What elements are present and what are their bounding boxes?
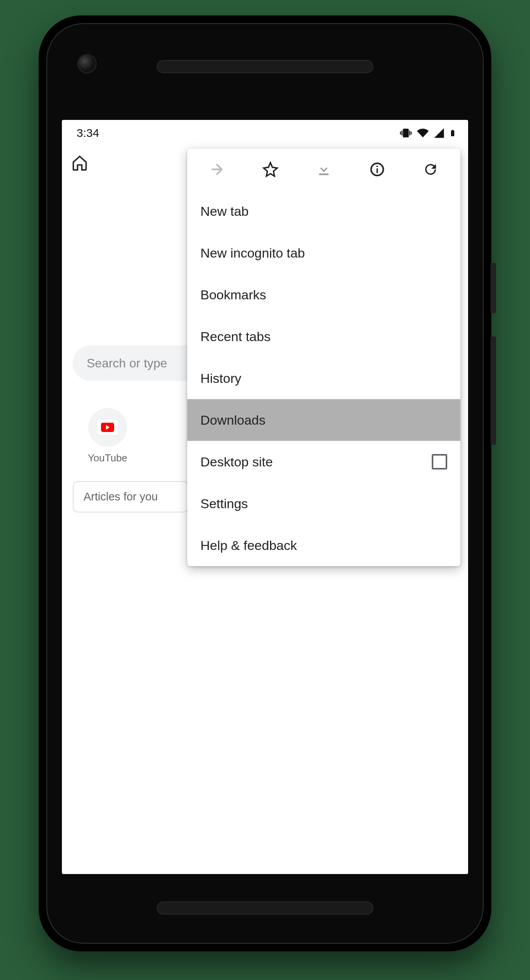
phone-frame: 3:34 Search or type [39,15,491,951]
refresh-icon[interactable] [420,159,441,180]
menu-item-label: New tab [200,204,249,219]
status-bar: 3:34 [62,120,468,146]
svg-rect-3 [376,166,378,167]
star-icon[interactable] [260,159,281,180]
menu-item-label: Settings [200,496,248,511]
menu-item-settings[interactable]: Settings [187,483,460,524]
menu-item-new-incognito-tab[interactable]: New incognito tab [187,232,460,274]
desktop-site-checkbox[interactable] [432,454,447,470]
svg-rect-2 [376,168,378,173]
menu-item-help-feedback[interactable]: Help & feedback [187,524,460,566]
menu-icon-row [187,149,460,190]
menu-item-label: Bookmarks [200,287,266,302]
screen: 3:34 Search or type [62,120,468,874]
home-icon[interactable] [71,154,88,173]
speaker-bottom [157,901,373,915]
power-button [491,263,496,313]
search-placeholder: Search or type [87,356,167,370]
volume-button [491,336,496,445]
front-camera [77,54,97,73]
status-icons [399,127,456,139]
download-icon[interactable] [313,159,335,180]
menu-item-downloads[interactable]: Downloads [187,399,460,441]
menu-item-history[interactable]: History [187,357,460,399]
menu-item-new-tab[interactable]: New tab [187,190,460,232]
menu-item-recent-tabs[interactable]: Recent tabs [187,316,460,357]
menu-item-label: History [200,371,241,386]
articles-section[interactable]: Articles for you [73,481,189,512]
wifi-icon [416,127,429,139]
menu-item-label: Recent tabs [200,329,270,344]
menu-item-desktop-site[interactable]: Desktop site [187,441,460,483]
menu-item-bookmarks[interactable]: Bookmarks [187,274,460,316]
shortcut-label: YouTube [88,452,127,464]
status-time: 3:34 [77,126,99,140]
info-icon[interactable] [366,159,388,180]
speaker-top [157,60,373,73]
cell-signal-icon [433,127,445,139]
articles-label: Articles for you [84,490,158,503]
menu-item-label: New incognito tab [200,246,305,261]
svg-rect-0 [319,174,329,175]
vibrate-icon [399,127,412,139]
menu-item-label: Desktop site [200,454,273,470]
battery-icon [449,127,456,139]
youtube-icon [88,408,127,447]
forward-icon[interactable] [206,159,228,180]
menu-item-label: Help & feedback [200,538,297,553]
menu-item-label: Downloads [200,413,265,428]
overflow-menu: New tab New incognito tab Bookmarks Rece… [187,149,460,566]
shortcut-youtube[interactable]: YouTube [80,408,135,464]
